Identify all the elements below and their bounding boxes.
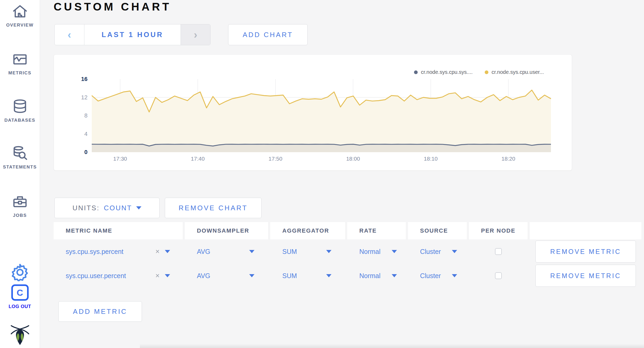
jobs-icon [12, 193, 28, 210]
aggregator-value: SUM [282, 248, 297, 255]
units-value: COUNT [104, 204, 132, 212]
remove-metric-button[interactable]: REMOVE METRIC [535, 265, 636, 287]
add-metric-button[interactable]: ADD METRIC [58, 301, 142, 322]
legend-item: cr.node.sys.cpu.sys.... [414, 69, 473, 75]
add-chart-button[interactable]: ADD CHART [228, 24, 308, 45]
chevron-down-icon [165, 250, 170, 253]
source-dropdown[interactable]: Cluster [408, 239, 467, 264]
downsampler-value: AVG [197, 272, 210, 280]
chevron-down-icon [136, 206, 141, 209]
y-axis-label: 8 [67, 112, 88, 119]
bottom-edge-shadow [140, 344, 644, 348]
remove-metric-button[interactable]: REMOVE METRIC [535, 240, 636, 263]
time-range-selector: ‹ LAST 1 HOUR › [54, 24, 211, 45]
sidebar-item-label: METRICS [8, 70, 32, 76]
y-axis-label: 4 [67, 131, 88, 137]
sidebar-item-databases[interactable]: DATABASES [0, 98, 40, 123]
x-axis-label: 18:10 [415, 156, 447, 162]
rate-dropdown[interactable]: Normal [347, 264, 406, 288]
table-row: sys.cpu.sys.percent×AVGSUMNormalClusterR… [54, 239, 641, 264]
metric-name-value: sys.cpu.sys.percent [66, 248, 124, 255]
page-title: CUSTOM CHART [54, 1, 171, 13]
home-icon [12, 3, 28, 20]
x-axis-label: 18:00 [337, 156, 369, 162]
per-node-checkbox[interactable] [495, 248, 502, 255]
y-axis-label: 16 [67, 76, 88, 83]
x-axis-label: 18:20 [493, 156, 524, 162]
downsampler-dropdown[interactable]: AVG [185, 264, 268, 288]
x-axis-label: 17:50 [260, 156, 291, 162]
chevron-right-icon: › [194, 29, 197, 40]
sidebar-item-jobs[interactable]: JOBS [0, 193, 40, 218]
clear-metric-icon[interactable]: × [155, 272, 160, 280]
column-header-actions [530, 222, 641, 239]
chart-legend: cr.node.sys.cpu.sys....cr.node.sys.cpu.u… [414, 69, 544, 75]
per-node-checkbox[interactable] [495, 272, 502, 279]
clear-metric-icon[interactable]: × [155, 248, 160, 256]
sidebar-item-label: JOBS [13, 213, 27, 218]
metrics-table-rows: sys.cpu.sys.percent×AVGSUMNormalClusterR… [54, 239, 641, 288]
table-row: sys.cpu.user.percent×AVGSUMNormalCluster… [54, 264, 641, 288]
x-axis-label: 17:40 [182, 156, 213, 162]
gear-icon [11, 263, 29, 281]
legend-dot-icon [485, 70, 488, 74]
sidebar-item-label: DATABASES [4, 118, 35, 123]
rate-value: Normal [359, 248, 381, 255]
legend-dot-icon [414, 70, 418, 74]
sidebar-item-label: OVERVIEW [6, 23, 33, 28]
remove-chart-button[interactable]: REMOVE CHART [165, 198, 262, 218]
statements-icon [12, 145, 28, 162]
y-axis-label: 12 [67, 94, 88, 101]
rate-value: Normal [359, 272, 381, 280]
y-axis-label: 0 [67, 149, 88, 156]
metrics-icon [12, 51, 28, 68]
chevron-down-icon [452, 250, 457, 253]
column-header-downsampler: DOWNSAMPLER [185, 222, 268, 239]
sidebar: OVERVIEWMETRICSDATABASESSTATEMENTSJOBS C… [0, 0, 40, 348]
units-dropdown[interactable]: UNITS: COUNT [54, 198, 160, 218]
metric-name-dropdown[interactable]: sys.cpu.user.percent× [54, 264, 183, 288]
aggregator-dropdown[interactable]: SUM [270, 264, 345, 288]
aggregator-value: SUM [282, 272, 297, 280]
sidebar-item-overview[interactable]: OVERVIEW [0, 3, 40, 28]
metric-name-value: sys.cpu.user.percent [66, 272, 126, 280]
cockroach-c-icon: C [11, 284, 29, 301]
sidebar-logo [0, 324, 40, 346]
chevron-down-icon [249, 250, 254, 253]
sidebar-item-settings[interactable] [0, 263, 40, 282]
aggregator-dropdown[interactable]: SUM [270, 239, 345, 264]
downsampler-value: AVG [197, 248, 210, 255]
chart-card: cr.node.sys.cpu.sys....cr.node.sys.cpu.u… [54, 54, 572, 171]
time-range-label[interactable]: LAST 1 HOUR [84, 24, 181, 45]
downsampler-dropdown[interactable]: AVG [185, 239, 268, 264]
column-header-aggregator: AGGREGATOR [270, 222, 345, 239]
time-range-prev-button[interactable]: ‹ [55, 24, 84, 45]
column-header-metric-name: METRIC NAME [54, 222, 183, 239]
chevron-down-icon [326, 250, 331, 253]
column-header-rate: RATE [347, 222, 406, 239]
metric-name-dropdown[interactable]: sys.cpu.sys.percent× [54, 239, 183, 264]
main-content: CUSTOM CHART ‹ LAST 1 HOUR › ADD CHART c… [40, 0, 644, 348]
column-header-per-node: PER NODE [469, 222, 528, 239]
database-icon [12, 98, 28, 115]
chevron-left-icon: ‹ [68, 29, 71, 40]
sidebar-item-label: STATEMENTS [3, 165, 37, 170]
time-range-next-button[interactable]: › [181, 24, 210, 45]
legend-item: cr.node.sys.cpu.user... [485, 69, 544, 75]
units-label: UNITS: [73, 204, 100, 212]
legend-label: cr.node.sys.cpu.sys.... [421, 69, 473, 75]
rate-dropdown[interactable]: Normal [347, 239, 406, 264]
sidebar-item-metrics[interactable]: METRICS [0, 51, 40, 76]
chevron-down-icon [249, 274, 254, 277]
chevron-down-icon [392, 250, 397, 253]
source-value: Cluster [420, 272, 441, 280]
source-dropdown[interactable]: Cluster [408, 264, 467, 288]
logout-label: LOG OUT [9, 304, 31, 309]
sidebar-item-statements[interactable]: STATEMENTS [0, 145, 40, 170]
sidebar-item-logout[interactable]: C LOG OUT [0, 284, 40, 309]
chevron-down-icon [165, 274, 170, 277]
chevron-down-icon [452, 274, 457, 277]
x-axis-label: 17:30 [104, 156, 136, 162]
source-value: Cluster [420, 248, 441, 255]
chevron-down-icon [392, 274, 397, 277]
